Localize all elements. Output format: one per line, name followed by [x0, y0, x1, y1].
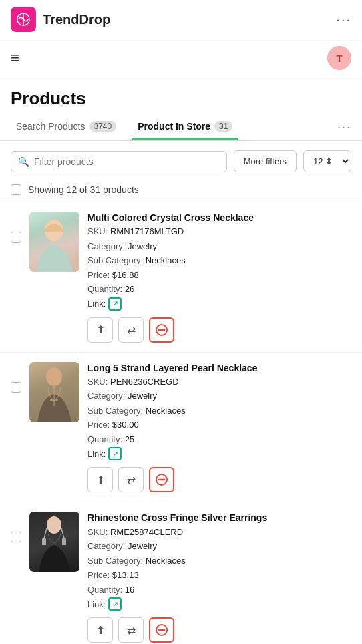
product-1-quantity: Quantity: 26 [87, 283, 351, 296]
product-1-checkbox[interactable] [11, 232, 21, 243]
product-list: Multi Colored Crystal Cross Necklace SKU… [0, 202, 362, 644]
svg-rect-20 [42, 540, 46, 545]
product-2-remove-button[interactable] [149, 467, 174, 492]
product-1-name: Multi Colored Crystal Cross Necklace [87, 212, 351, 224]
product-1-price: Price: $16.88 [87, 269, 351, 282]
product-3-actions: ⬆ ⇄ [87, 617, 351, 643]
tab-store-label: Product In Store [138, 121, 210, 132]
product-2-link-row: Link: ↗ [87, 447, 351, 460]
product-3-subcategory: Sub Category: Necklaces [87, 554, 351, 568]
product-3-name: Rhinestone Cross Fringe Silver Earrings [87, 512, 351, 524]
tab-store-badge: 31 [214, 121, 232, 132]
product-1-actions: ⬆ ⇄ [87, 317, 351, 343]
hamburger-button[interactable]: ≡ [11, 49, 19, 67]
product-2-category: Category: Jewelry [87, 389, 351, 403]
tab-search-badge: 3740 [89, 121, 117, 132]
svg-point-8 [53, 386, 55, 389]
product-2-name: Long 5 Strand Layered Pearl Necklace [87, 362, 351, 374]
product-item: Rhinestone Cross Fringe Silver Earrings … [0, 502, 362, 644]
product-1-refresh-button[interactable]: ⇄ [118, 317, 144, 343]
product-1-link-icon[interactable]: ↗ [108, 297, 122, 311]
svg-line-18 [61, 528, 64, 538]
svg-rect-21 [62, 540, 66, 545]
product-2-details: Long 5 Strand Layered Pearl Necklace SKU… [87, 362, 351, 493]
select-all-checkbox[interactable] [11, 184, 21, 195]
search-icon: 🔍 [18, 156, 29, 167]
product-2-refresh-button[interactable]: ⇄ [118, 467, 144, 492]
product-2-actions: ⬆ ⇄ [87, 467, 351, 492]
product-1-image [29, 212, 79, 272]
product-2-price: Price: $30.00 [87, 418, 351, 432]
product-3-details: Rhinestone Cross Fringe Silver Earrings … [87, 512, 351, 643]
product-1-subcategory: Sub Category: Necklaces [87, 254, 351, 267]
tabs-more-button[interactable]: ··· [337, 120, 351, 134]
product-1-save-button[interactable]: ⬆ [87, 317, 113, 343]
showing-row: Showing 12 of 31 products [0, 182, 362, 202]
showing-text: Showing 12 of 31 products [28, 184, 139, 195]
product-2-sku: SKU: PEN6236CREGD [87, 375, 351, 389]
product-item: Long 5 Strand Layered Pearl Necklace SKU… [0, 353, 362, 503]
product-1-sku: SKU: RMN17176MLTGD [87, 225, 351, 238]
app-header: TrendDrop ··· [0, 0, 362, 39]
nav-bar: ≡ T [0, 39, 362, 77]
app-logo [11, 7, 36, 32]
filter-products-input[interactable] [34, 156, 220, 167]
product-item: Multi Colored Crystal Cross Necklace SKU… [0, 202, 362, 353]
product-3-refresh-button[interactable]: ⇄ [118, 617, 144, 643]
product-3-category: Category: Jewelry [87, 540, 351, 553]
more-filters-button[interactable]: More filters [234, 150, 297, 172]
per-page-select[interactable]: 12 ⇕ 24 ⇕ 48 ⇕ [303, 150, 351, 172]
svg-point-10 [57, 393, 60, 395]
product-2-image [29, 362, 79, 422]
page-title: Products [11, 88, 351, 109]
tabs-bar: Search Products 3740 Product In Store 31… [0, 114, 362, 141]
svg-point-12 [55, 399, 58, 401]
svg-line-16 [44, 528, 47, 538]
header-left: TrendDrop [11, 7, 110, 32]
product-1-remove-button[interactable] [149, 317, 174, 343]
search-box: 🔍 [11, 151, 227, 172]
product-2-link-icon[interactable]: ↗ [108, 447, 122, 460]
product-2-checkbox[interactable] [11, 382, 21, 393]
app-title: TrendDrop [43, 12, 110, 27]
product-3-image [29, 512, 79, 572]
product-2-quantity: Quantity: 25 [87, 433, 351, 446]
filters-row: 🔍 More filters 12 ⇕ 24 ⇕ 48 ⇕ [0, 141, 362, 182]
product-3-remove-button[interactable] [149, 617, 174, 643]
svg-point-15 [47, 516, 61, 534]
page-title-section: Products [0, 77, 362, 109]
product-3-save-button[interactable]: ⬆ [87, 617, 113, 643]
product-3-checkbox[interactable] [11, 532, 21, 542]
avatar[interactable]: T [327, 46, 351, 70]
tab-search-products[interactable]: Search Products 3740 [11, 114, 122, 140]
product-3-link-icon[interactable]: ↗ [108, 597, 122, 611]
product-3-sku: SKU: RME25874CLERD [87, 526, 351, 539]
product-2-save-button[interactable]: ⬆ [87, 467, 113, 492]
tab-search-label: Search Products [16, 121, 85, 132]
tab-product-in-store[interactable]: Product In Store 31 [132, 114, 238, 140]
header-more-button[interactable]: ··· [336, 12, 351, 27]
product-3-quantity: Quantity: 16 [87, 583, 351, 597]
svg-point-6 [46, 367, 62, 386]
product-1-category: Category: Jewelry [87, 240, 351, 253]
svg-point-9 [48, 393, 51, 395]
product-1-details: Multi Colored Crystal Cross Necklace SKU… [87, 212, 351, 343]
product-1-link-row: Link: ↗ [87, 297, 351, 311]
product-3-price: Price: $13.13 [87, 569, 351, 582]
svg-point-11 [50, 399, 53, 401]
product-3-link-row: Link: ↗ [87, 597, 351, 611]
product-2-subcategory: Sub Category: Necklaces [87, 404, 351, 418]
